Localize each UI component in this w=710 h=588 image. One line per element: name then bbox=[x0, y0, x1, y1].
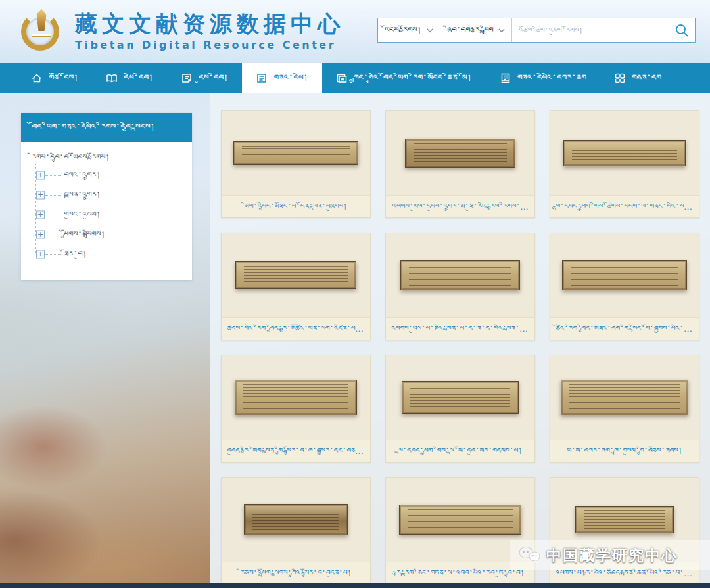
nav-item-journals[interactable]: དུས་དེབ། bbox=[167, 63, 242, 93]
wechat-bubbles-icon bbox=[518, 545, 540, 565]
pecha-image bbox=[575, 506, 674, 533]
expand-plus-icon[interactable] bbox=[36, 211, 45, 219]
nav-item-others[interactable]: གཞན་དག bbox=[600, 63, 675, 93]
manuscript-title[interactable]: བདུད་རྩི་མིག་སྨན་གྱི་སྦྱོར་བ་ཁ་བསྒྱུར་དང… bbox=[222, 440, 370, 462]
tree-item-label: གསུང་འབུམ། bbox=[64, 210, 101, 220]
category-tree: རིགས་དབྱེ་བ་ཡོངས་རྫོགས། བཀའ་འགྱུར། བསྟན་… bbox=[21, 142, 192, 280]
manuscript-thumbnail bbox=[386, 355, 534, 440]
search-button[interactable] bbox=[669, 18, 695, 42]
manuscript-thumbnail bbox=[386, 111, 534, 195]
manuscript-title[interactable]: ལྷ་དབང་ཕྱུག་གིས་ལྷ་མོ་དབུ་མར་གདམས་པ། bbox=[386, 440, 534, 462]
tree-item-kangyur[interactable]: བཀའ་འགྱུར། bbox=[36, 166, 185, 185]
manuscript-title[interactable]: འཕགས་ཡུལ་པ་ཎའི་སྨན་པ་ད་ན་ད་སའི་སྨན་བཅོ..… bbox=[386, 317, 534, 340]
pecha-image bbox=[402, 381, 519, 414]
archive-icon bbox=[336, 72, 348, 84]
page: 藏文文献资源数据中心 Tibetan Digital Resource Cent… bbox=[0, 0, 710, 588]
manuscript-card[interactable]: འཕགས་ཡུལ་དབུས་འགྱུར་མ་ཐུ་རའི་རྒྱལ་རིགས་.… bbox=[385, 110, 535, 218]
expand-plus-icon[interactable] bbox=[36, 191, 45, 200]
tree-item-label: བཀའ་འགྱུར། bbox=[64, 170, 101, 181]
tree-item-label: ཐོར་བུ། bbox=[64, 249, 87, 260]
search-input[interactable] bbox=[512, 18, 669, 42]
search-mode-select[interactable]: ཞིབ་དག་རྩ་སྒྲིག bbox=[440, 18, 512, 42]
nav-item-label: གནའ་དཔེ། bbox=[273, 72, 308, 84]
content-area: བོད་ཡིག་གནའ་དཔེའི་རིགས་དབྱེ་སྟངས། རིགས་ད… bbox=[0, 93, 710, 588]
nav-item-tibetan-treasury[interactable]: ཀྲུང་ཧྭའི་བོད་ཡིག་རིག་མཛོད་ཆེན་མོ། bbox=[322, 63, 486, 93]
magnifier-icon bbox=[674, 23, 689, 37]
pecha-image bbox=[561, 380, 688, 415]
grid-icon bbox=[614, 72, 626, 84]
nav-item-label: གནའ་དཔེའི་དཀར་ཆག bbox=[517, 72, 586, 84]
manuscript-thumbnail bbox=[222, 478, 370, 562]
manuscript-card[interactable]: རིམས་འཕྲོག་ལྕགས་ཀྱུའི་སྦྱོར་བ་བདུན་པ། bbox=[221, 477, 371, 585]
pecha-image bbox=[405, 139, 515, 168]
tree-root-item[interactable]: རིགས་དབྱེ་བ་ཡོངས་རྫོགས། bbox=[32, 152, 185, 163]
page-footer-bar bbox=[0, 583, 710, 588]
nav-item-home[interactable]: གཙོ་ངོས། bbox=[17, 63, 92, 93]
manuscript-thumbnail bbox=[550, 355, 699, 440]
nav-item-label: དུས་དེབ། bbox=[199, 72, 228, 84]
manuscript-card[interactable]: ཡ་མ་དཀར་ནག་ཁྲ་གསུམ་གྱི་བཅོས་ཐབས། bbox=[550, 355, 699, 463]
chevron-down-icon bbox=[498, 28, 505, 33]
manuscript-title[interactable]: འཕགས་ཡུལ་དབུས་འགྱུར་མ་ཐུ་རའི་རྒྱལ་རིགས་.… bbox=[386, 195, 534, 217]
pecha-image bbox=[562, 260, 687, 290]
nav-item-label: དཔེ་དེབ། bbox=[124, 72, 153, 84]
manuscript-title[interactable]: རིམས་འཕྲོག་ལྕགས་ཀྱུའི་སྦྱོར་བ་བདུན་པ། bbox=[222, 562, 370, 584]
expand-plus-icon[interactable] bbox=[36, 250, 45, 259]
pecha-image bbox=[563, 140, 686, 166]
manuscript-card[interactable]: ལྷ་དབང་ཕྱུག་གིས་ལྷ་མོ་དབུ་མར་གདམས་པ། bbox=[385, 355, 535, 463]
home-icon bbox=[31, 72, 43, 84]
main-nav: གཙོ་ངོས། དཔེ་དེབ། དུས་དེབ། གནའ་དཔེ། ཀྲུང… bbox=[0, 63, 710, 93]
pecha-image bbox=[235, 380, 357, 415]
logo-base bbox=[32, 34, 51, 37]
pecha-image bbox=[244, 504, 348, 535]
manuscript-card[interactable]: ཚངས་པའི་རིག་བྱེད་རྒྱ་མཚོའི་ཡན་ལག་འཛིན་པ་… bbox=[221, 233, 371, 340]
manuscript-grid: མིག་འབྱེད་མཐོང་པ་དོན་ལྡན་བཞུགས། འཕགས་ཡུལ… bbox=[221, 110, 699, 585]
pecha-image bbox=[399, 505, 521, 535]
pecha-image bbox=[235, 261, 356, 289]
manuscript-card[interactable]: ཚེའི་རིག་བྱེད་མཐའ་དག་གི་སྙིང་པོ་བསྡུས་པའ… bbox=[550, 233, 699, 340]
search-mode-value: ཞིབ་དག་རྩ་སྒྲིག bbox=[447, 25, 493, 35]
tree-item-label: བསྟན་འགྱུར། bbox=[64, 190, 101, 200]
nav-item-books[interactable]: དཔེ་དེབ། bbox=[92, 63, 167, 93]
manuscript-thumbnail bbox=[222, 355, 370, 440]
site-logo-icon[interactable] bbox=[18, 5, 64, 58]
tree-item-label: ཕྱོགས་བསྒྲིགས། bbox=[64, 229, 105, 240]
manuscript-card[interactable]: བདུད་རྩི་མིག་སྨན་གྱི་སྦྱོར་བ་ཁ་བསྒྱུར་དང… bbox=[221, 355, 371, 463]
tree-item-tengyur[interactable]: བསྟན་འགྱུར། bbox=[36, 185, 185, 205]
expand-plus-icon[interactable] bbox=[36, 171, 45, 180]
results-panel: མིག་འབྱེད་མཐོང་པ་དོན་ལྡན་བཞུགས། འཕགས་ཡུལ… bbox=[210, 93, 710, 588]
chevron-down-icon bbox=[427, 28, 433, 33]
left-column: བོད་ཡིག་གནའ་དཔེའི་རིགས་དབྱེ་སྟངས། རིགས་ད… bbox=[11, 93, 200, 280]
header: 藏文文献资源数据中心 Tibetan Digital Resource Cent… bbox=[0, 0, 710, 63]
site-title-english: Tibetan Digital Resource Center bbox=[75, 39, 344, 51]
journal-icon bbox=[181, 72, 193, 84]
manuscript-title[interactable]: ཚངས་པའི་རིག་བྱེད་རྒྱ་མཚོའི་ཡན་ལག་འཛིན་པ་… bbox=[222, 317, 370, 340]
tree-item-miscellany[interactable]: ཐོར་བུ། bbox=[36, 244, 185, 264]
nav-item-label: ཀྲུང་ཧྭའི་བོད་ཡིག་རིག་མཛོད་ཆེན་མོ། bbox=[354, 72, 472, 84]
manuscript-card[interactable]: ལྷ་དབང་ཕྱུག་གིས་ཚོགས་བདག་ལ་གནང་བའི་ས་... bbox=[550, 110, 699, 218]
tree-item-collections[interactable]: ཕྱོགས་བསྒྲིགས། bbox=[36, 225, 185, 244]
manuscript-title[interactable]: ཚེའི་རིག་བྱེད་མཐའ་དག་གི་སྙིང་པོ་བསྡུས་པའ… bbox=[550, 317, 699, 340]
site-titles: 藏文文献资源数据中心 Tibetan Digital Resource Cent… bbox=[75, 12, 344, 51]
manuscript-thumbnail bbox=[550, 233, 699, 317]
site-title-chinese: 藏文文献资源数据中心 bbox=[75, 12, 344, 36]
book-icon bbox=[106, 72, 118, 84]
manuscript-title[interactable]: ཡ་མ་དཀར་ནག་ཁྲ་གསུམ་གྱི་བཅོས་ཐབས། bbox=[550, 440, 699, 462]
manuscript-card[interactable]: འཕགས་ཡུལ་པ་ཎའི་སྨན་པ་ད་ན་ད་སའི་སྨན་བཅོ..… bbox=[385, 233, 535, 340]
manuscript-title[interactable]: མིག་འབྱེད་མཐོང་པ་དོན་ལྡན་བཞུགས། bbox=[222, 195, 370, 217]
manuscript-card[interactable]: མིག་འབྱེད་མཐོང་པ་དོན་ལྡན་བཞུགས། bbox=[221, 110, 371, 218]
expand-plus-icon[interactable] bbox=[36, 231, 45, 239]
search-scope-select[interactable]: ཡོངས་རྫོགས། bbox=[378, 18, 440, 42]
nav-item-ancient-texts[interactable]: གནའ་དཔེ། bbox=[242, 63, 322, 93]
tree-item-sungbum[interactable]: གསུང་འབུམ། bbox=[36, 205, 185, 225]
manuscript-title[interactable]: ལྷ་དབང་ཕྱུག་གིས་ཚོགས་བདག་ལ་གནང་བའི་ས་... bbox=[550, 195, 699, 217]
nav-item-label: གཙོ་ངོས། bbox=[49, 72, 78, 84]
pecha-image bbox=[400, 260, 520, 290]
search-scope-value: ཡོངས་རྫོགས། bbox=[385, 25, 421, 35]
nav-item-catalog[interactable]: གནའ་དཔེའི་དཀར་ཆག bbox=[486, 63, 600, 93]
sidebar-title: བོད་ཡིག་གནའ་དཔེའི་རིགས་དབྱེ་སྟངས། bbox=[21, 113, 192, 142]
watermark-text: 中国藏学研究中心 bbox=[546, 545, 678, 566]
nav-item-label: གཞན་དག bbox=[632, 72, 661, 84]
manuscript-thumbnail bbox=[222, 111, 370, 195]
search-bar: ཡོངས་རྫོགས། ཞིབ་དག་རྩ་སྒྲིག bbox=[377, 18, 696, 43]
